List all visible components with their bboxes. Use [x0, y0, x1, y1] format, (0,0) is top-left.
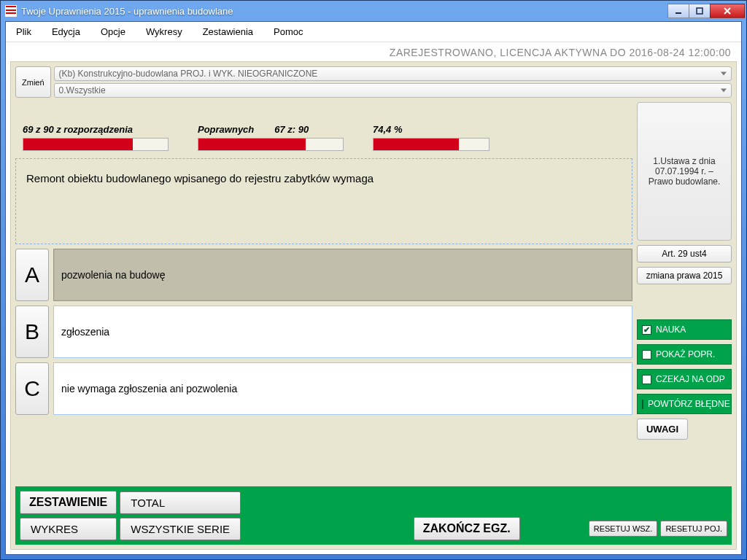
checkbox-icon: [642, 375, 651, 384]
answer-a-key[interactable]: A: [15, 249, 49, 301]
menu-edycja[interactable]: Edycja: [47, 25, 85, 39]
check-pokaz-popr[interactable]: POKAŻ POPR.: [637, 344, 732, 365]
progress-regulation-fill: [23, 139, 133, 150]
uwagi-button[interactable]: UWAGI: [637, 419, 688, 440]
license-status: ZAREJESTROWANO, LICENCJA AKTYWNA DO 2016…: [6, 42, 741, 61]
main-panel: Zmień (Kb) Konstrukcyjno-budowlana PROJ.…: [10, 61, 737, 550]
answer-a-text: pozwolenia na budowę: [61, 269, 165, 281]
menubar: Plik Edycja Opcje Wykresy Zestawienia Po…: [6, 22, 741, 42]
answer-b-row: B zgłoszenia: [15, 306, 632, 358]
app-icon: [5, 5, 17, 17]
check-czekaj[interactable]: CZEKAJ NA ODP: [637, 369, 732, 389]
progress-row: 69 z 90 z rozporządzenia Poprawnych67 z:…: [15, 102, 632, 154]
category-dropdown[interactable]: (Kb) Konstrukcyjno-budowlana PROJ. i WYK…: [54, 66, 732, 81]
law-change-button[interactable]: zmiana prawa 2015: [637, 267, 732, 284]
check-nauka-label: NAUKA: [656, 324, 686, 335]
checkbox-icon: [642, 400, 643, 409]
check-pokaz-label: POKAŻ POPR.: [656, 349, 715, 359]
progress-percent-label: 74,4 %: [373, 124, 489, 135]
answer-a-row: A pozwolenia na budowę: [15, 249, 632, 301]
svg-rect-1: [697, 8, 703, 14]
progress-percent-fill: [374, 139, 459, 150]
minimize-button[interactable]: [667, 4, 689, 18]
chevron-down-icon: [721, 72, 727, 76]
menu-plik[interactable]: Plik: [12, 25, 36, 39]
answer-c-box[interactable]: nie wymaga zgłoszenia ani pozwolenia: [53, 362, 632, 415]
side-column: 1.Ustawa z dnia 07.07.1994 r. – Prawo bu…: [637, 102, 732, 482]
answer-c-row: C nie wymaga zgłoszenia ani pozwolenia: [15, 362, 632, 415]
resetuj-wsz-button[interactable]: RESETUJ WSZ.: [589, 521, 658, 537]
change-button[interactable]: Zmień: [15, 66, 51, 98]
resetuj-poj-button[interactable]: RESETUJ POJ.: [660, 521, 727, 537]
checkbox-icon: ✔: [642, 325, 651, 335]
window-title: Twoje Uprawnienia 2015 - uprawnienia bud…: [21, 6, 668, 17]
check-czekaj-label: CZEKAJ NA ODP: [656, 374, 725, 384]
menu-zestawienia[interactable]: Zestawienia: [198, 25, 258, 39]
progress-correct: Poprawnych67 z: 90: [198, 124, 344, 151]
category-dropdown-value: (Kb) Konstrukcyjno-budowlana PROJ. i WYK…: [59, 69, 318, 79]
titlebar[interactable]: Twoje Uprawnienia 2015 - uprawnienia bud…: [1, 1, 746, 21]
check-powtorz[interactable]: POWTÓRZ BŁĘDNE: [637, 394, 732, 414]
menu-opcje[interactable]: Opcje: [96, 25, 130, 39]
question-text: Remont obiektu budowlanego wpisanego do …: [15, 158, 632, 244]
app-window: Twoje Uprawnienia 2015 - uprawnienia bud…: [0, 0, 747, 560]
wszystkie-serie-button[interactable]: WSZYSTKIE SERIE: [120, 518, 241, 540]
menu-pomoc[interactable]: Pomoc: [269, 25, 307, 39]
filter-dropdown-value: 0.Wszystkie: [59, 85, 106, 96]
progress-percent: 74,4 %: [373, 124, 489, 151]
close-button[interactable]: [710, 4, 745, 18]
answer-c-key[interactable]: C: [15, 362, 49, 415]
answer-a-box[interactable]: pozwolenia na budowę: [53, 249, 632, 301]
law-reference: 1.Ustawa z dnia 07.07.1994 r. – Prawo bu…: [637, 102, 732, 241]
chevron-down-icon: [721, 89, 727, 93]
progress-correct-fill: [198, 139, 306, 150]
progress-regulation-label: 69 z 90 z rozporządzenia: [23, 124, 169, 135]
selector-toolbar: Zmień (Kb) Konstrukcyjno-budowlana PROJ.…: [15, 66, 732, 98]
window-controls: [668, 4, 745, 18]
menu-wykresy[interactable]: Wykresy: [142, 25, 187, 39]
answer-c-text: nie wymaga zgłoszenia ani pozwolenia: [61, 383, 237, 394]
footer-bar: ZESTAWIENIE TOTAL WYKRES WSZYSTKIE SERIE…: [15, 486, 732, 545]
wykres-button[interactable]: WYKRES: [20, 518, 117, 540]
total-button[interactable]: TOTAL: [120, 491, 241, 514]
maximize-button[interactable]: [689, 4, 711, 18]
zestawienie-button[interactable]: ZESTAWIENIE: [20, 491, 117, 514]
progress-correct-label: Poprawnych67 z: 90: [198, 124, 344, 135]
zakoncz-egz-button[interactable]: ZAKOŃCZ EGZ.: [414, 517, 520, 540]
client-area: Plik Edycja Opcje Wykresy Zestawienia Po…: [5, 21, 742, 555]
filter-dropdown[interactable]: 0.Wszystkie: [54, 83, 732, 98]
progress-regulation: 69 z 90 z rozporządzenia: [23, 124, 169, 151]
checkbox-icon: [642, 350, 651, 359]
article-button[interactable]: Art. 29 ust4: [637, 245, 732, 262]
answer-b-key[interactable]: B: [15, 306, 49, 358]
check-nauka[interactable]: ✔ NAUKA: [637, 319, 732, 340]
answer-b-box[interactable]: zgłoszenia: [53, 306, 632, 358]
answer-b-text: zgłoszenia: [61, 326, 109, 338]
check-powtorz-label: POWTÓRZ BŁĘDNE: [648, 399, 730, 409]
